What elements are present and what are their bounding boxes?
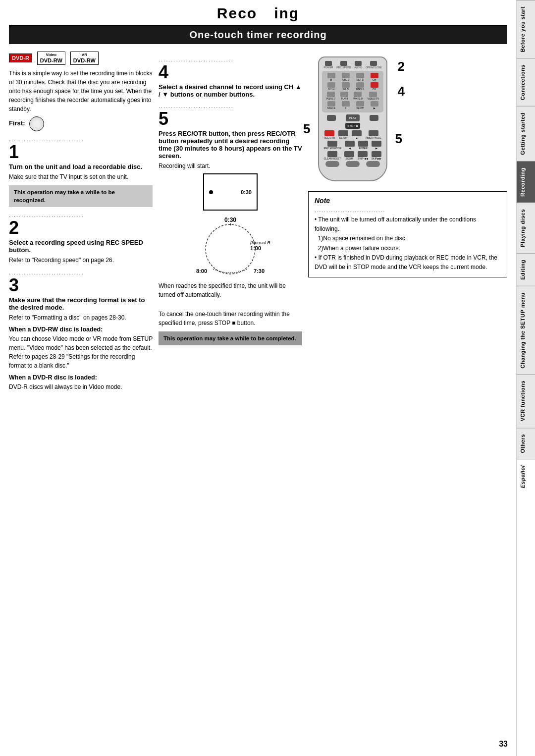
step3-dvdr-heading: When a DVD-R disc is loaded:: [9, 374, 153, 381]
sidebar-tab-playing-discs[interactable]: Playing discs: [517, 203, 535, 253]
section-title: One-touch timer recording: [9, 26, 507, 44]
step5-body: Recording will start.: [159, 162, 302, 170]
main-content: Recording One-touch timer recording DVD-…: [0, 0, 516, 404]
page-title-bar: Recording: [9, 0, 507, 26]
note-title: Note: [315, 197, 501, 205]
step1-dots: ..............................: [9, 136, 153, 142]
tv-dot-indicator: [209, 190, 213, 194]
note-dots: ..............................: [315, 208, 501, 213]
tv-screen: 0:30: [203, 173, 258, 211]
svg-text:7:30: 7:30: [254, 268, 265, 274]
svg-text:(Normal Recording): (Normal Recording): [250, 240, 270, 245]
note-body: • The unit will be turned off automatica…: [315, 215, 501, 272]
rewind-btn: [327, 115, 336, 121]
dvd-r-logo: DVD-R: [9, 54, 32, 62]
step4-dots: ..............................: [159, 56, 302, 62]
sidebar-tab-recording[interactable]: Recording: [517, 161, 535, 203]
sidebar-tab-connections[interactable]: Connections: [517, 58, 535, 106]
step3-dvdrw-heading: When a DVD-RW disc is loaded:: [9, 326, 153, 333]
step1-number: 1: [9, 143, 153, 161]
sidebar-tab-getting-started[interactable]: Getting started: [517, 106, 535, 161]
sidebar-tab-before-you-start[interactable]: Before you start: [517, 0, 535, 58]
step3-number: 3: [9, 276, 153, 294]
middle-column: .............................. 4 Select …: [159, 52, 302, 394]
step5-dots: ..............................: [159, 103, 302, 109]
dvd-logos: DVD-R Video DVD-RW VR DVD-RW: [9, 52, 153, 65]
note-box: Note .............................. • Th…: [308, 191, 507, 277]
step1-body: Make sure that the TV input is set on th…: [9, 172, 153, 181]
ffwd-btn: [370, 115, 378, 121]
step3-body: Refer to "Formatting a disc" on pages 28…: [9, 313, 153, 322]
step3-dots: ..............................: [9, 270, 153, 275]
right-sidebar: Before you start Connections Getting sta…: [516, 0, 535, 756]
step3-dvdr-body: DVD-R discs will always be in Video mode…: [9, 382, 153, 391]
step5-heading: Press REC/OTR button, then press REC/OTR…: [159, 130, 302, 160]
dial-diagram: 0:30 0:30 (Normal Recording) 1:00: [159, 173, 302, 279]
page-number: 33: [499, 740, 508, 749]
step3-heading: Make sure that the recording format is s…: [9, 296, 153, 311]
step2-heading: Select a recording speed using REC SPEED…: [9, 239, 153, 254]
remote-body: POWER REC SPEED AUDIO OPEN/CLOSE: [318, 56, 387, 181]
svg-text:1:00: 1:00: [250, 245, 261, 251]
dvd-disc-icon: [29, 116, 44, 131]
svg-text:8:00: 8:00: [196, 268, 207, 274]
remote-step5a-label: 5: [303, 121, 310, 137]
svg-text:0:30: 0:30: [224, 216, 236, 223]
step2-body: Refer to "Recording speed" on page 26.: [9, 256, 153, 265]
page-title: Recording: [19, 5, 497, 22]
sidebar-tab-vcr-functions[interactable]: VCR functions: [517, 374, 535, 427]
svg-point-0: [206, 224, 255, 274]
middle-para2: To cancel the one-touch timer recording …: [159, 310, 302, 327]
right-column: 2 4 5 5 POWER: [308, 52, 507, 394]
remote-step2-label: 2: [398, 59, 405, 74]
step1-heading: Turn on the unit and load a recordable d…: [9, 163, 153, 170]
step4-heading: Select a desired channel to record using…: [159, 83, 302, 98]
remote-step5b-label: 5: [395, 131, 402, 147]
sidebar-tab-editing[interactable]: Editing: [517, 253, 535, 286]
sidebar-tab-others[interactable]: Others: [517, 428, 535, 459]
intro-text: This is a simple way to set the recordin…: [9, 69, 153, 113]
remote-step4-label: 4: [398, 84, 405, 99]
step3-dvdrw-body: You can choose Video mode or VR mode fro…: [9, 334, 153, 370]
first-label: First:: [9, 116, 153, 131]
content-columns: DVD-R Video DVD-RW VR DVD-RW This is a s…: [9, 52, 507, 394]
sidebar-tab-espanol[interactable]: Español: [517, 459, 535, 494]
step4-number: 4: [159, 63, 302, 81]
dial-svg: 0:30 (Normal Recording) 1:00 8:00 7:30: [191, 215, 270, 279]
middle-para1: When reaches the specified time, the uni…: [159, 281, 302, 299]
left-column: DVD-R Video DVD-RW VR DVD-RW This is a s…: [9, 52, 153, 394]
sidebar-tab-setup-menu[interactable]: Changing the SETUP menu: [517, 286, 535, 375]
tv-time-display: 0:30: [241, 189, 252, 195]
step5-number: 5: [159, 110, 302, 128]
step1-info-box: This operation may take a while to be re…: [9, 185, 153, 207]
step2-dots: ..............................: [9, 212, 153, 218]
middle-info-box: This operation may take a while to be co…: [159, 331, 302, 345]
dvd-rw-vr-logo: VR DVD-RW: [70, 52, 99, 65]
dvd-rw-video-logo: Video DVD-RW: [37, 52, 65, 65]
step2-number: 2: [9, 219, 153, 237]
